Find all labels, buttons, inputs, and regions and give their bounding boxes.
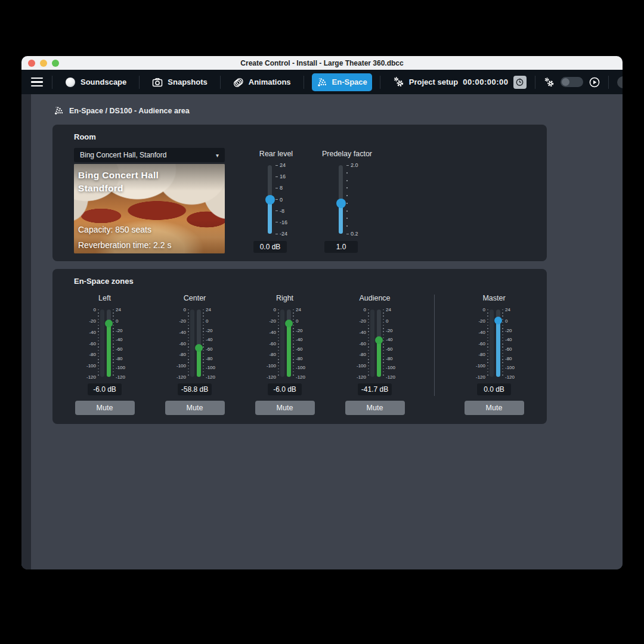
- zone-name: Right: [240, 294, 330, 302]
- zones-panel-title: En-Space zones: [74, 277, 134, 286]
- room-select-dropdown[interactable]: Bing Concert Hall, Stanford ▾: [74, 148, 225, 162]
- meter-scale-label: -80: [89, 352, 96, 357]
- fader-fill: [377, 340, 381, 377]
- fader-scale-label: -40: [206, 337, 213, 342]
- fader-scale-label: -120: [296, 374, 305, 380]
- predelay-track[interactable]: [339, 165, 343, 234]
- scale-tick: -16: [275, 219, 287, 225]
- nav-project-setup[interactable]: Project setup: [388, 73, 463, 91]
- hamburger-menu-icon[interactable]: [30, 75, 44, 89]
- fader-track[interactable]: [107, 309, 111, 377]
- fader-knob[interactable]: [375, 336, 383, 344]
- fader-scale-label: 24: [505, 307, 510, 312]
- nav-en-space[interactable]: En-Space: [312, 73, 372, 91]
- scale-tick-label: 8: [280, 185, 283, 191]
- fader-scale-label: -80: [206, 355, 213, 361]
- gears-icon: [393, 76, 404, 88]
- mute-button[interactable]: Mute: [465, 401, 524, 415]
- rear-level-label: Rear level: [246, 150, 306, 158]
- fader-knob[interactable]: [195, 344, 203, 352]
- nav-snapshots[interactable]: Snapshots: [147, 73, 212, 91]
- meter-tick-column: [278, 309, 279, 377]
- meter-scale-label: -120: [177, 374, 186, 380]
- minimize-window-icon[interactable]: [40, 60, 47, 67]
- meter-tick-column: [487, 309, 488, 377]
- fader-track[interactable]: [377, 309, 381, 377]
- mute-button[interactable]: Mute: [75, 401, 135, 415]
- fader-scale-label: -120: [386, 374, 395, 380]
- meter-scale-label: -40: [359, 329, 366, 335]
- level-meter: [370, 309, 374, 377]
- titlebar: Create Control - Install - Large Theater…: [21, 56, 623, 70]
- timecode-clock-button[interactable]: [513, 76, 527, 89]
- nav-label: Animations: [249, 78, 291, 86]
- meter-scale-label: -60: [269, 340, 276, 346]
- fader-scale-label: -100: [505, 365, 515, 370]
- zone-left: Left0-20-40-60-80-100-120240-20-40-60-80…: [60, 294, 150, 415]
- level-meter: [280, 309, 284, 377]
- play-button-icon[interactable]: [589, 77, 600, 88]
- scale-tick-label: 24: [280, 162, 286, 168]
- fader-scale-label: -100: [386, 365, 395, 370]
- meter-scale-label: -40: [269, 329, 276, 335]
- run-toggle[interactable]: [561, 77, 583, 87]
- meter-scale-label: -100: [86, 363, 96, 369]
- meter-scale-label: -100: [357, 363, 366, 369]
- coil-icon: [233, 77, 244, 88]
- left-sidebar-rail[interactable]: [21, 94, 31, 569]
- fader-scale-label: -60: [116, 346, 123, 351]
- rear-level-knob[interactable]: [265, 195, 275, 205]
- divider: [535, 76, 535, 89]
- zone-name: Left: [60, 294, 150, 302]
- fader-track[interactable]: [197, 309, 201, 377]
- rear-level-track[interactable]: [268, 165, 272, 234]
- meter-scale-label: -120: [476, 374, 485, 380]
- meter-scale-label: 0: [94, 307, 96, 312]
- scale-tick-label: 16: [280, 174, 286, 179]
- fader-scale-label: -100: [206, 365, 215, 370]
- zone-level-value[interactable]: -41.7 dB: [358, 383, 392, 395]
- fader-track[interactable]: [287, 309, 291, 377]
- zone-level-value[interactable]: 0.0 dB: [477, 383, 511, 395]
- meter-scale-label: -120: [267, 374, 276, 380]
- meter-scale-label: -40: [478, 329, 485, 335]
- fader-knob[interactable]: [105, 320, 113, 327]
- nav-animations[interactable]: Animations: [228, 73, 296, 91]
- predelay-label: Predelay factor: [317, 150, 377, 158]
- meter-scale-label: -120: [86, 374, 96, 380]
- settings-gears-icon[interactable]: [544, 77, 555, 88]
- nav-soundscape[interactable]: Soundscape: [60, 73, 131, 91]
- predelay-knob[interactable]: [336, 199, 346, 208]
- scale-minor-tick: [346, 187, 348, 188]
- fader-knob[interactable]: [494, 317, 502, 324]
- fader-scale-label: -80: [386, 355, 393, 361]
- predelay-value[interactable]: 1.0: [324, 241, 358, 253]
- fader-scale-label: 0: [296, 318, 298, 323]
- camera-icon: [152, 77, 163, 88]
- fader-tick-column: [113, 309, 114, 377]
- divider: [52, 76, 52, 89]
- scale-tick: 0: [275, 197, 283, 203]
- fader-scale-label: -60: [505, 346, 512, 351]
- zoom-window-icon[interactable]: [52, 60, 59, 67]
- zone-level-value[interactable]: -6.0 dB: [88, 383, 122, 395]
- mute-button[interactable]: Mute: [255, 401, 315, 415]
- room-select-value: Bing Concert Hall, Stanford: [80, 151, 166, 159]
- zone-level-value[interactable]: -58.8 dB: [178, 383, 212, 395]
- scale-tick-label: 0: [280, 197, 283, 203]
- zones-row: Left0-20-40-60-80-100-120240-20-40-60-80…: [60, 294, 539, 415]
- fader-knob[interactable]: [285, 320, 293, 327]
- mute-button[interactable]: Mute: [345, 401, 405, 415]
- fader-tick-column: [502, 309, 503, 377]
- rear-level-value[interactable]: 0.0 dB: [253, 241, 287, 253]
- mute-button[interactable]: Mute: [165, 401, 225, 415]
- divider: [304, 76, 304, 89]
- zone-level-value[interactable]: -6.0 dB: [268, 383, 302, 395]
- fader-tick-column: [203, 309, 204, 377]
- meter-scale-label: -80: [269, 352, 276, 357]
- fader-track[interactable]: [496, 309, 500, 377]
- fader-scale-label: -120: [505, 374, 515, 380]
- fader-scale-label: -40: [386, 337, 393, 342]
- close-window-icon[interactable]: [28, 60, 35, 67]
- traffic-lights: [28, 56, 59, 70]
